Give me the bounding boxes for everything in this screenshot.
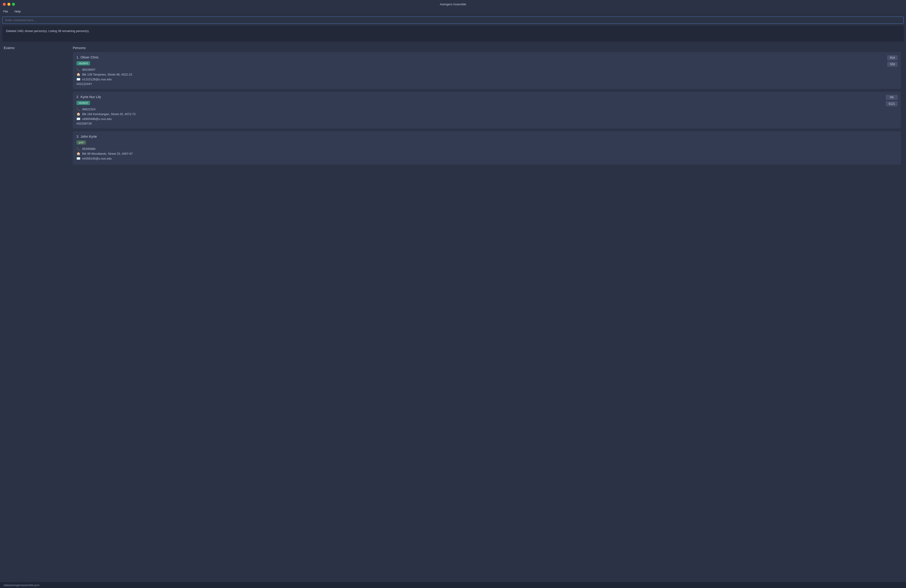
command-bar — [0, 15, 906, 25]
email-icon-2: ✉️ — [77, 117, 80, 121]
person-name-1: Oliver Chris — [81, 55, 99, 59]
person-header-2: 2. Kyrie Nur Lily — [77, 95, 897, 99]
menu-bar: File Help — [0, 8, 906, 15]
action-btn-r8[interactable]: R8 — [886, 95, 898, 100]
close-button[interactable] — [3, 3, 6, 6]
output-text: Deleted 1461 shown person(s). Listing 39… — [6, 29, 89, 33]
status-bar: ./data\avengersassemble.json — [0, 582, 906, 588]
exams-panel: Exams: — [0, 43, 69, 582]
person-card-2: R8 S121 2. Kyrie Nur Lily student 📞 8862… — [73, 92, 901, 129]
person-header-3: 3. John Kyrie — [77, 134, 897, 139]
exams-title: Exams: — [4, 46, 65, 50]
window-title: Avengers Assemble — [440, 3, 466, 6]
person-address-1: 🏠 Blk 139 Tampines, Street 48, #022-22 — [77, 73, 897, 76]
email-icon-1: ✉️ — [77, 77, 80, 81]
menu-help[interactable]: Help — [13, 9, 22, 14]
persons-panel: Persons: R24 S50 1. Oliver Chris student… — [69, 43, 906, 582]
maximize-button[interactable] — [12, 3, 15, 6]
person-address-3: 🏠 Blk 99 Woodlands, Street 25, #067-67 — [77, 152, 897, 155]
person-number-2: 2. — [77, 95, 79, 99]
person-phone-3: 📞 85395880 — [77, 147, 897, 151]
card-actions-2: R8 S121 — [886, 95, 898, 106]
person-phone-2: 📞 88622324 — [77, 107, 897, 111]
title-bar: Avengers Assemble — [0, 0, 906, 8]
role-badge-2: student — [77, 101, 90, 105]
person-number-1: 1. — [77, 56, 79, 59]
address-icon-2: 🏠 — [77, 112, 80, 116]
menu-file[interactable]: File — [2, 9, 10, 14]
phone-icon-2: 📞 — [77, 107, 80, 111]
role-badge-1: student — [77, 61, 90, 65]
phone-icon-1: 📞 — [77, 68, 80, 72]
email-icon-3: ✉️ — [77, 156, 80, 160]
persons-title: Persons: — [73, 46, 902, 50]
person-name-3: John Kyrie — [81, 134, 97, 139]
person-id-2: A0233672K — [77, 122, 897, 125]
person-card-1: R24 S50 1. Oliver Chris student 📞 882280… — [73, 52, 901, 89]
output-area: Deleted 1461 shown person(s). Listing 39… — [2, 25, 904, 41]
traffic-lights — [3, 3, 15, 6]
main-content: Exams: Persons: R24 S50 1. Oliver Chris … — [0, 43, 906, 582]
person-name-2: Kyrie Nur Lily — [81, 95, 101, 99]
address-icon-3: 🏠 — [77, 152, 80, 155]
person-card-3: 3. John Kyrie prof 📞 85395880 🏠 Blk 99 W… — [73, 131, 901, 165]
role-badge-3: prof — [77, 140, 86, 145]
phone-icon-3: 📞 — [77, 147, 80, 151]
person-email-3: ✉️ e4356145@u.nus.edu — [77, 156, 897, 160]
person-phone-1: 📞 88228007 — [77, 68, 897, 72]
person-email-1: ✉️ e1315128@u.nus.edu — [77, 77, 897, 81]
action-btn-s121[interactable]: S121 — [886, 101, 898, 106]
card-actions-1: R24 S50 — [887, 55, 898, 67]
address-icon-1: 🏠 — [77, 73, 80, 76]
persons-list: R24 S50 1. Oliver Chris student 📞 882280… — [73, 52, 902, 580]
minimize-button[interactable] — [7, 3, 10, 6]
command-input[interactable] — [2, 17, 904, 24]
action-btn-r24[interactable]: R24 — [887, 55, 898, 60]
person-header-1: 1. Oliver Chris — [77, 55, 897, 59]
person-id-1: A0212244Y — [77, 82, 897, 86]
action-btn-s50[interactable]: S50 — [887, 62, 898, 67]
status-path: ./data\avengersassemble.json — [3, 584, 39, 587]
person-address-2: 🏠 Blk 194 Kembangan, Street 20, #072-72 — [77, 112, 897, 116]
person-email-2: ✉️ e6900488@u.nus.edu — [77, 117, 897, 121]
person-number-3: 3. — [77, 135, 79, 139]
